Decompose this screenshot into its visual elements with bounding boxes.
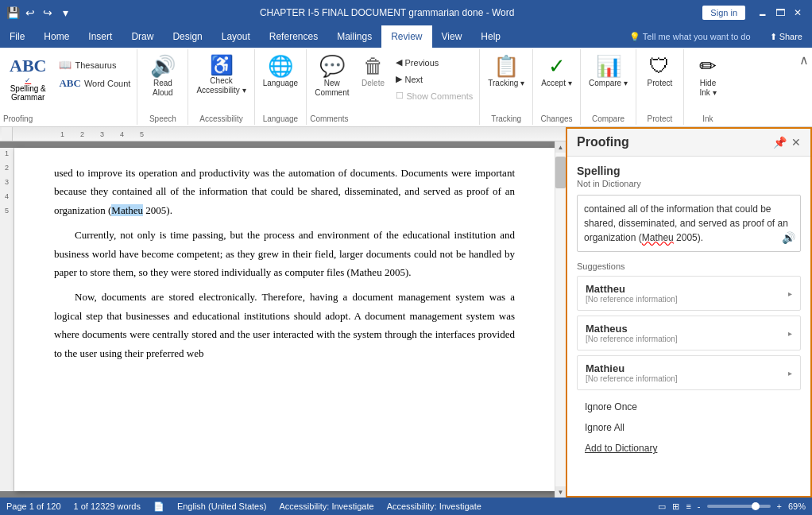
- view-web-icon[interactable]: ⊞: [672, 501, 679, 512]
- share-button[interactable]: ⬆ Share: [760, 25, 812, 48]
- signin-button[interactable]: Sign in: [702, 6, 745, 20]
- suggestion-mathieu[interactable]: Mathieu [No reference information] ▸: [577, 355, 801, 390]
- suggestion-matheus[interactable]: Matheus [No reference information] ▸: [577, 316, 801, 350]
- protect-button[interactable]: 🛡 Protect: [642, 51, 677, 91]
- read-aloud-button[interactable]: 🔊 ReadAloud: [145, 51, 180, 101]
- customize-icon[interactable]: ▾: [59, 6, 72, 19]
- suggestion-mathieu-ref: [No reference information]: [586, 374, 678, 383]
- language-group-label: Language: [263, 113, 299, 123]
- suggestion-mattheu-chevron: ▸: [788, 289, 792, 298]
- accessibility-label: Accessibility: Investigate: [387, 501, 481, 511]
- status-right: ▭ ⊞ ≡ - + 69%: [658, 501, 806, 512]
- language-info: English (United States): [177, 501, 267, 511]
- panel-title: Proofing: [577, 135, 629, 149]
- panel-pin-button[interactable]: 📌: [773, 136, 787, 149]
- read-aloud-label: ReadAloud: [153, 79, 173, 98]
- suggestion-mathieu-word: Mathieu: [586, 362, 678, 374]
- thesaurus-button[interactable]: 📖 Thesaurus: [56, 57, 133, 72]
- show-comments-label: Show Comments: [407, 91, 474, 101]
- scroll-down-arrow[interactable]: ▼: [555, 486, 566, 498]
- tracking-icon: 📋: [493, 54, 519, 79]
- maximize-button[interactable]: 🗖: [772, 5, 788, 21]
- scroll-thumb[interactable]: [555, 157, 566, 188]
- zoom-out-icon[interactable]: -: [698, 501, 701, 511]
- menu-help[interactable]: Help: [471, 25, 510, 48]
- save-icon[interactable]: 💾: [6, 6, 19, 19]
- zoom-in-icon[interactable]: +: [777, 501, 782, 511]
- menu-view[interactable]: View: [432, 25, 472, 48]
- panel-controls: 📌 ✕: [773, 136, 801, 149]
- language-button[interactable]: 🌐 Language: [258, 51, 304, 91]
- content-area: 12345 1 2 3 4 5 used to improve its oper…: [0, 127, 812, 498]
- delete-comment-button[interactable]: 🗑 Delete: [356, 51, 391, 91]
- zoom-slider[interactable]: [707, 505, 771, 508]
- zoom-thumb[interactable]: [752, 502, 760, 510]
- show-comments-button[interactable]: ☐ Show Comments: [392, 89, 477, 103]
- protect-group-label: Protect: [648, 113, 673, 123]
- suggestion-mattheu[interactable]: Mattheu [No reference information] ▸: [577, 276, 801, 311]
- error-text-box: contained all of the information that co…: [577, 195, 801, 252]
- menu-home[interactable]: Home: [34, 25, 79, 48]
- compare-button[interactable]: 📊 Compare ▾: [584, 51, 632, 91]
- action-buttons: Ignore Once Ignore All Add to Dictionary: [577, 397, 801, 459]
- menu-design[interactable]: Design: [163, 25, 211, 48]
- menu-layout[interactable]: Layout: [212, 25, 260, 48]
- paragraph-1: used to improve its operation and produc…: [54, 164, 515, 219]
- compare-label: Compare ▾: [589, 79, 628, 88]
- tell-me-box[interactable]: 💡 Tell me what you want to do: [620, 25, 760, 48]
- spelling-grammar-button[interactable]: ABC ✓ Spelling &Grammar: [3, 51, 52, 106]
- redo-icon[interactable]: ↪: [41, 6, 54, 19]
- panel-body: Spelling Not in Dictionary contained all…: [567, 157, 810, 496]
- spelling-section-subtitle: Not in Dictionary: [577, 179, 801, 188]
- menu-insert[interactable]: Insert: [79, 25, 122, 48]
- speaker-icon[interactable]: 🔊: [782, 230, 795, 246]
- accessibility-info[interactable]: Accessibility: Investigate: [279, 501, 373, 511]
- protect-icon: 🛡: [649, 54, 670, 79]
- ribbon-collapse-button[interactable]: ∧: [799, 52, 809, 68]
- menu-review[interactable]: Review: [381, 25, 431, 48]
- new-comment-icon: 💬: [319, 54, 345, 79]
- view-read-icon[interactable]: ≡: [686, 501, 690, 511]
- tracking-button[interactable]: 📋 Tracking ▾: [483, 51, 529, 91]
- menu-mailings[interactable]: Mailings: [327, 25, 381, 48]
- title-bar-left: 💾 ↩ ↪ ▾: [6, 6, 72, 19]
- minimize-button[interactable]: 🗕: [755, 5, 771, 21]
- paragraph-2: Currently, not only is time passing, but…: [54, 226, 515, 281]
- ignore-all-button[interactable]: Ignore All: [577, 417, 801, 438]
- menu-references[interactable]: References: [260, 25, 327, 48]
- wordcount-button[interactable]: ABC Word Count: [56, 76, 133, 91]
- changes-group: ✓ Accept ▾ Changes: [533, 49, 581, 125]
- new-comment-button[interactable]: 💬 NewComment: [310, 51, 354, 101]
- hide-ink-button[interactable]: ✏ HideInk ▾: [690, 51, 725, 101]
- scroll-up-arrow[interactable]: ▲: [555, 141, 566, 153]
- compare-icon: 📊: [596, 54, 621, 79]
- tracking-group: 📋 Tracking ▾ Tracking: [480, 49, 533, 125]
- comments-group-label: Comments: [310, 113, 348, 123]
- accept-icon: ✓: [548, 54, 566, 79]
- panel-close-button[interactable]: ✕: [791, 136, 801, 149]
- page-info: Page 1 of 120: [6, 501, 61, 511]
- zoom-level[interactable]: 69%: [788, 501, 806, 511]
- accept-button[interactable]: ✓ Accept ▾: [536, 51, 576, 91]
- menu-draw[interactable]: Draw: [122, 25, 163, 48]
- undo-icon[interactable]: ↩: [24, 6, 37, 19]
- ignore-once-button[interactable]: Ignore Once: [577, 397, 801, 417]
- add-to-dictionary-button[interactable]: Add to Dictionary: [577, 438, 801, 459]
- close-button[interactable]: ✕: [790, 5, 806, 21]
- read-aloud-icon: 🔊: [150, 54, 176, 79]
- tracking-group-label: Tracking: [491, 113, 521, 123]
- compare-group-label: Compare: [592, 113, 624, 123]
- scroll-track[interactable]: [555, 153, 566, 486]
- view-normal-icon[interactable]: ▭: [658, 501, 666, 512]
- tracking-label: Tracking ▾: [488, 79, 524, 88]
- proofing-panel: Proofing 📌 ✕ Spelling Not in Dictionary …: [566, 127, 812, 498]
- check-accessibility-button[interactable]: ♿ CheckAccessibility ▾: [191, 51, 250, 99]
- spelling-icon: ABC: [10, 56, 46, 76]
- previous-button[interactable]: ◀ Previous: [392, 56, 477, 69]
- next-button[interactable]: ▶ Next: [392, 72, 477, 86]
- status-bar: Page 1 of 120 1 of 12329 words 📄 English…: [0, 498, 812, 515]
- ruler: 12345: [0, 127, 566, 141]
- menu-file[interactable]: File: [0, 25, 34, 48]
- suggestion-matheus-word: Matheus: [586, 323, 678, 335]
- word-count-info: 1 of 12329 words: [74, 501, 141, 511]
